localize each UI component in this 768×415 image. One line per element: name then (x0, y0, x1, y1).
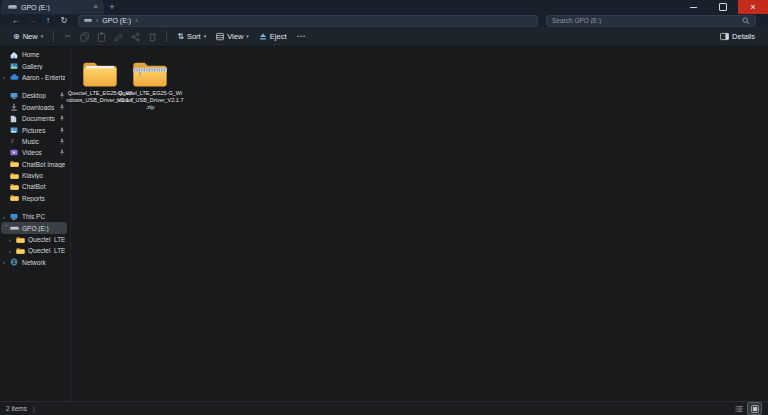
this-pc-icon (10, 213, 20, 221)
more-options-button[interactable]: ⋯ (292, 32, 311, 41)
sidebar-item-label: Downloads (22, 104, 59, 111)
onedrive-cloud-icon (10, 74, 20, 80)
desktop-icon (10, 92, 20, 100)
sidebar-item-gpo-drive[interactable]: › GPO (E:) (1, 222, 67, 233)
sidebar-item-desktop[interactable]: Desktop (1, 90, 67, 101)
sidebar-item-reports[interactable]: Reports (1, 193, 67, 204)
sidebar-item-documents[interactable]: Documents (1, 113, 67, 124)
details-view-icon (735, 405, 743, 413)
trash-icon (148, 32, 157, 42)
folder-icon (10, 194, 20, 202)
explorer-tab[interactable]: GPO (E:) × (1, 0, 104, 14)
eject-button[interactable]: Eject (254, 30, 292, 43)
minimize-icon (690, 7, 697, 8)
network-icon (10, 258, 20, 266)
sidebar-item-chatbot[interactable]: ChatBot (1, 181, 67, 192)
breadcrumb-segment[interactable]: GPO (E:) (102, 17, 131, 24)
sidebar-item-chatbot-images[interactable]: ChatBot Images (1, 159, 67, 170)
home-icon (10, 51, 20, 59)
chevron-down-icon: ▾ (41, 34, 44, 39)
sort-label: Sort (187, 32, 201, 41)
sidebar-item-quectel-folder-1[interactable]: › Quectel_LTE_EG25-G_W (1, 234, 67, 245)
pin-icon (59, 138, 65, 145)
refresh-button[interactable]: ↻ (56, 16, 72, 25)
status-separator: | (33, 405, 35, 412)
sidebar-item-this-pc[interactable]: › This PC (1, 211, 67, 222)
sidebar-item-label: Music (22, 138, 59, 145)
sidebar-item-klaviyo[interactable]: Klaviyo (1, 170, 67, 181)
sidebar-item-onedrive[interactable]: › Aaron - Entertainment G (1, 72, 67, 83)
sidebar-item-home[interactable]: Home (1, 49, 67, 60)
zipped-folder-icon (131, 58, 169, 88)
details-view-toggle[interactable] (732, 403, 745, 414)
sidebar-item-label: Documents (22, 115, 59, 122)
chevron-right-icon[interactable]: › (9, 237, 16, 243)
view-button[interactable]: View ▾ (211, 30, 254, 43)
view-label: View (227, 32, 243, 41)
file-name: Quectel_LTE_EG25-G_Wi ndows_USB_Driver_V… (117, 90, 184, 111)
file-list-area[interactable]: Quectel_LTE_EG25-G_Wi ndows_USB_Driver_V… (70, 47, 768, 403)
details-button[interactable]: Details (715, 30, 760, 43)
tab-close-button[interactable]: × (91, 3, 100, 11)
delete-button (144, 30, 161, 44)
thumbnail-view-toggle[interactable] (747, 402, 762, 415)
sidebar-item-music[interactable]: ♪ Music (1, 136, 67, 147)
paste-icon (97, 32, 106, 42)
sidebar-item-label: Klaviyo (22, 172, 65, 179)
gallery-icon (10, 62, 20, 70)
new-button[interactable]: ⊕ New ▾ (8, 30, 48, 43)
tab-title: GPO (E:) (21, 4, 91, 11)
search-box[interactable] (546, 15, 756, 27)
back-button[interactable]: ← (8, 16, 24, 25)
sidebar-section-divider (0, 204, 70, 211)
chevron-right-icon[interactable]: › (9, 248, 16, 254)
item-count: 2 items (6, 405, 27, 412)
eject-label: Eject (270, 32, 287, 41)
titlebar: GPO (E:) × + × (0, 0, 768, 14)
view-icon (216, 32, 224, 41)
chevron-expanded-icon[interactable]: › (4, 225, 10, 232)
cut-icon: ✂ (64, 33, 71, 41)
file-item-zip[interactable]: Quectel_LTE_EG25-G_Wi ndows_USB_Driver_V… (125, 58, 175, 111)
chevron-right-icon[interactable]: › (3, 214, 10, 220)
sidebar-item-label: Reports (22, 195, 65, 202)
sidebar-item-label: GPO (E:) (22, 225, 65, 232)
sidebar-item-pictures[interactable]: Pictures (1, 124, 67, 135)
toolbar-divider (53, 31, 54, 42)
close-button[interactable]: × (738, 0, 768, 14)
folder-icon (81, 58, 119, 88)
sidebar-item-label: ChatBot Images (22, 161, 65, 168)
forward-button[interactable]: → (24, 16, 40, 25)
chevron-down-icon: ▾ (204, 34, 207, 39)
sidebar-item-gallery[interactable]: Gallery (1, 60, 67, 71)
explorer-body: Home Gallery › Aaron - Entertainment G (0, 47, 768, 403)
sidebar-item-quectel-folder-2[interactable]: › Quectel_LTE_EG25-G_W (1, 245, 67, 256)
sidebar-item-videos[interactable]: Videos (1, 147, 67, 158)
pictures-icon (10, 126, 20, 134)
search-input[interactable] (552, 17, 742, 24)
pin-icon (59, 92, 65, 99)
up-button[interactable]: ↑ (40, 16, 56, 25)
sidebar-item-network[interactable]: › Network (1, 257, 67, 268)
new-tab-button[interactable]: + (104, 0, 120, 14)
minimize-button[interactable] (678, 0, 708, 14)
sidebar-item-label: Network (22, 259, 65, 266)
maximize-button[interactable] (708, 0, 738, 14)
rename-icon (114, 32, 123, 42)
chevron-right-icon[interactable]: › (3, 259, 10, 265)
details-pane-icon (720, 32, 729, 41)
videos-icon (10, 149, 20, 156)
drive-icon (10, 225, 20, 232)
chevron-right-icon[interactable]: › (3, 74, 10, 80)
sidebar-item-label: Videos (22, 149, 59, 156)
share-icon (131, 32, 140, 42)
command-toolbar: ⊕ New ▾ ✂ (0, 27, 768, 47)
downloads-icon (10, 103, 20, 111)
eject-icon (259, 32, 267, 41)
sort-button[interactable]: ⇅ Sort ▾ (172, 30, 211, 43)
sidebar-item-downloads[interactable]: Downloads (1, 102, 67, 113)
address-bar[interactable]: › GPO (E:) › (78, 15, 538, 27)
sidebar-item-label: Quectel_LTE_EG25-G_W (28, 247, 65, 254)
breadcrumb-chevron-icon: › (135, 17, 137, 24)
folder-icon (16, 236, 26, 244)
